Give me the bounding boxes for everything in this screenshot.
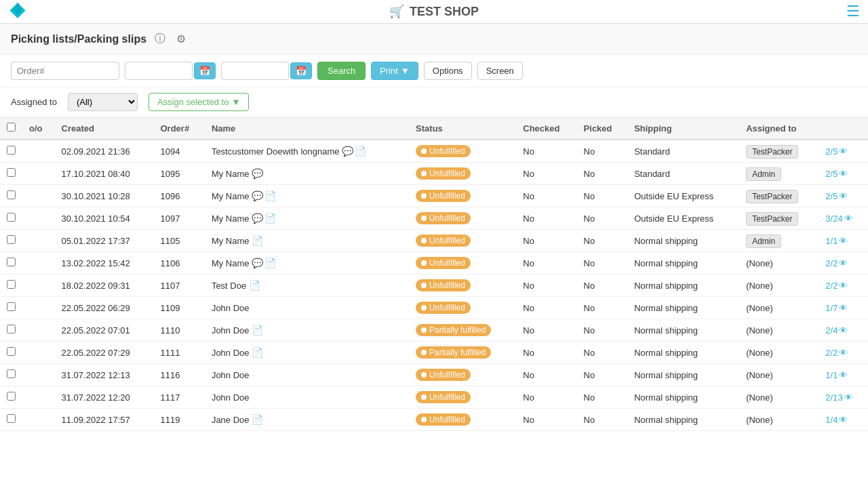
options-button[interactable]: Options: [424, 62, 472, 80]
row-name: My Name 💬📄: [205, 207, 409, 230]
row-checkbox[interactable]: [7, 190, 16, 199]
row-count: 3/24 👁: [818, 207, 868, 230]
message-icon: 💬: [342, 146, 353, 157]
date-from-wrapper: 10.08.2021 📅: [125, 62, 216, 80]
hamburger-menu[interactable]: ☰: [846, 3, 860, 20]
row-status: Unfulfilled: [409, 207, 516, 230]
row-count: 2/13 👁: [818, 386, 868, 409]
row-created: 13.02.2022 15:42: [55, 252, 154, 274]
row-checkbox[interactable]: [7, 258, 16, 266]
row-checked: No: [516, 185, 576, 207]
count-link[interactable]: 1/1 👁: [825, 236, 848, 246]
row-checkbox[interactable]: [7, 325, 16, 333]
row-oo: [22, 297, 55, 319]
header-created: Created: [55, 117, 154, 140]
status-badge: Unfulfilled: [416, 145, 471, 157]
row-checkbox[interactable]: [7, 146, 16, 155]
row-checked: No: [516, 319, 576, 342]
eye-icon: 👁: [844, 214, 853, 224]
row-shipping: Outside EU Express: [627, 207, 739, 230]
table-row: 02.09.2021 21:36 1094 Testcustomer Doewi…: [0, 140, 868, 163]
status-circle: [421, 283, 427, 288]
row-assigned: (None): [739, 252, 818, 274]
doc-icon: 📄: [252, 414, 263, 425]
row-shipping: Normal shipping: [627, 252, 739, 274]
page-title-bar: Picking lists/Packing slips ⓘ ⚙: [0, 24, 868, 55]
row-checked: No: [516, 252, 576, 274]
calendar-from-button[interactable]: 📅: [194, 62, 216, 79]
row-name: My Name 💬: [205, 163, 409, 185]
page-title: Picking lists/Packing slips: [11, 33, 146, 45]
row-created: 30.10.2021 10:28: [55, 185, 154, 207]
row-picked: No: [577, 163, 628, 185]
row-order: 1117: [153, 386, 204, 409]
count-link[interactable]: 3/24 👁: [825, 214, 852, 224]
screen-button[interactable]: Screen: [477, 62, 523, 80]
date-from-input[interactable]: 10.08.2021: [125, 62, 193, 80]
count-link[interactable]: 2/13 👁: [825, 392, 852, 403]
search-button[interactable]: Search: [317, 62, 366, 80]
count-link[interactable]: 1/7 👁: [825, 303, 848, 313]
row-checked: No: [516, 364, 576, 386]
doc-icon: 📄: [249, 280, 260, 291]
row-checkbox-cell: [0, 386, 22, 409]
row-checkbox[interactable]: [7, 414, 16, 423]
row-count: 1/1 👁: [818, 230, 868, 252]
count-link[interactable]: 2/5 👁: [825, 191, 848, 201]
calendar-to-button[interactable]: 📅: [290, 62, 312, 79]
row-oo: [22, 140, 55, 163]
assigned-none: (None): [746, 415, 773, 425]
status-circle: [421, 171, 427, 176]
eye-icon: 👁: [839, 236, 848, 246]
count-link[interactable]: 2/5 👁: [825, 169, 848, 179]
order-input[interactable]: [11, 62, 119, 80]
count-link[interactable]: 2/2 👁: [825, 348, 848, 358]
row-checkbox[interactable]: [7, 347, 16, 356]
row-name: My Name 💬📄: [205, 185, 409, 207]
row-checkbox[interactable]: [7, 280, 16, 289]
shop-title: 🛒 TEST SHOP: [389, 4, 479, 19]
count-link[interactable]: 2/5 👁: [825, 146, 848, 157]
table-container: o/o Created Order# Name Status Checked P…: [0, 117, 868, 431]
header-count: [818, 117, 868, 140]
count-link[interactable]: 2/4 👁: [825, 325, 848, 336]
status-circle: [421, 260, 427, 266]
count-link[interactable]: 2/2 👁: [825, 258, 848, 268]
count-link[interactable]: 2/2 👁: [825, 281, 848, 291]
assign-selected-button[interactable]: Assign selected to ▼: [149, 93, 249, 111]
row-assigned: (None): [739, 364, 818, 386]
select-all-checkbox[interactable]: [7, 123, 16, 131]
row-oo: [22, 185, 55, 207]
row-checkbox[interactable]: [7, 302, 16, 311]
row-name: John Doe: [205, 364, 409, 386]
row-checkbox[interactable]: [7, 213, 16, 222]
count-link[interactable]: 1/4 👁: [825, 415, 848, 425]
row-checkbox[interactable]: [7, 168, 16, 177]
row-checkbox[interactable]: [7, 235, 16, 244]
row-shipping: Normal shipping: [627, 409, 739, 431]
date-to-input[interactable]: 05.10.2022: [221, 62, 289, 80]
row-created: 30.10.2021 10:54: [55, 207, 154, 230]
header-shipping: Shipping: [627, 117, 739, 140]
status-badge: Partially fulfilled: [416, 346, 491, 359]
row-checkbox-cell: [0, 297, 22, 319]
help-button[interactable]: ⓘ: [152, 30, 168, 47]
eye-icon: 👁: [839, 281, 848, 291]
settings-button[interactable]: ⚙: [174, 31, 189, 47]
count-link[interactable]: 1/1 👁: [825, 370, 848, 380]
row-checkbox[interactable]: [7, 392, 16, 401]
row-checked: No: [516, 230, 576, 252]
row-checkbox-cell: [0, 230, 22, 252]
row-created: 11.09.2022 17:57: [55, 409, 154, 431]
row-status: Unfulfilled: [409, 386, 516, 409]
print-button[interactable]: Print ▼: [371, 62, 418, 80]
table-row: 11.09.2022 17:57 1119 Jane Doe 📄 Unfulfi…: [0, 409, 868, 431]
assign-label: Assign selected to: [157, 97, 229, 107]
table-row: 22.05.2022 06:29 1109 John Doe Unfulfill…: [0, 297, 868, 319]
row-picked: No: [577, 409, 628, 431]
assigned-to-select[interactable]: (All) Admin TestPacker: [68, 93, 138, 111]
row-shipping: Normal shipping: [627, 274, 739, 297]
row-picked: No: [577, 386, 628, 409]
row-checkbox[interactable]: [7, 369, 16, 378]
row-created: 17.10.2021 08:40: [55, 163, 154, 185]
